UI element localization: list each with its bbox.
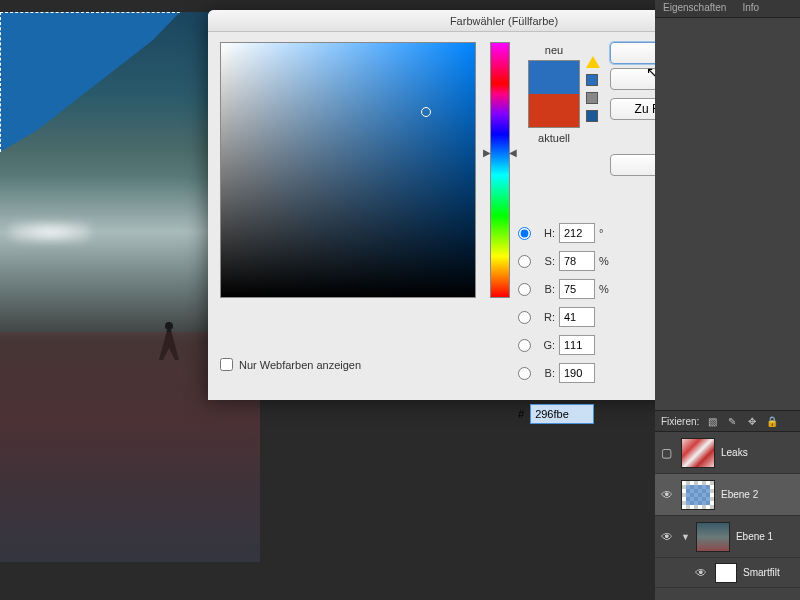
lock-move-icon[interactable]: ✥ <box>745 414 759 428</box>
hex-label: # <box>518 408 524 420</box>
h-input[interactable] <box>559 223 595 243</box>
layer-name-ebene1[interactable]: Ebene 1 <box>736 531 773 542</box>
saturation-value-field[interactable] <box>220 42 476 298</box>
color-swatches <box>528 60 580 128</box>
bv-input[interactable] <box>559 279 595 299</box>
lens-flare <box>10 222 90 242</box>
websafe-swatch2-icon[interactable] <box>586 110 598 122</box>
hue-indicator: ▶◀ <box>483 147 517 158</box>
hue-slider[interactable]: ▶◀ <box>490 42 510 298</box>
current-color-label: aktuell <box>538 132 570 144</box>
visibility-icon[interactable]: 👁 <box>661 530 675 544</box>
lock-row: Fixieren: ▧ ✎ ✥ 🔒 <box>655 410 800 432</box>
bv-unit: % <box>599 283 613 295</box>
r-input[interactable] <box>559 307 595 327</box>
visibility-off-icon[interactable]: ▢ <box>661 446 675 460</box>
info-tab[interactable]: Info <box>734 0 767 17</box>
top-panel-tabs: Eigenschaften Info <box>655 0 800 18</box>
red-radio[interactable] <box>518 311 531 324</box>
lock-brush-icon[interactable]: ✎ <box>725 414 739 428</box>
s-label: S: <box>537 255 555 267</box>
new-color-swatch[interactable] <box>529 61 579 94</box>
smartfilter-thumb[interactable] <box>715 563 737 583</box>
saturation-radio[interactable] <box>518 255 531 268</box>
layer-thumb-ebene1[interactable] <box>696 522 730 552</box>
visibility-icon[interactable]: 👁 <box>661 488 675 502</box>
g-label: G: <box>537 339 555 351</box>
lock-label: Fixieren: <box>661 416 699 427</box>
visibility-icon[interactable]: 👁 <box>695 566 709 580</box>
hex-input[interactable] <box>530 404 594 424</box>
layer-row-ebene1[interactable]: 👁 ▼ Ebene 1 <box>655 516 800 558</box>
hue-radio[interactable] <box>518 227 531 240</box>
current-color-swatch[interactable] <box>529 94 579 127</box>
layer-thumb-ebene2[interactable] <box>681 480 715 510</box>
layer-row-ebene2[interactable]: 👁 Ebene 2 <box>655 474 800 516</box>
lock-transparency-icon[interactable]: ▧ <box>705 414 719 428</box>
websafe-swatch-icon[interactable] <box>586 74 598 86</box>
layer-thumb-leaks[interactable] <box>681 438 715 468</box>
h-label: H: <box>537 227 555 239</box>
layer-name-ebene2[interactable]: Ebene 2 <box>721 489 758 500</box>
blue-radio[interactable] <box>518 367 531 380</box>
green-radio[interactable] <box>518 339 531 352</box>
s-unit: % <box>599 255 613 267</box>
brightness-radio[interactable] <box>518 283 531 296</box>
s-input[interactable] <box>559 251 595 271</box>
h-unit: ° <box>599 227 613 239</box>
sv-cursor <box>421 107 431 117</box>
g-input[interactable] <box>559 335 595 355</box>
gamut-warning-icon[interactable] <box>586 56 600 68</box>
web-colors-only-input[interactable] <box>220 358 233 371</box>
web-colors-only-checkbox[interactable]: Nur Webfarben anzeigen <box>220 358 361 371</box>
layer-row-leaks[interactable]: ▢ Leaks <box>655 432 800 474</box>
properties-tab[interactable]: Eigenschaften <box>655 0 734 17</box>
web-colors-only-label: Nur Webfarben anzeigen <box>239 359 361 371</box>
cube-icon[interactable] <box>586 92 598 104</box>
chevron-down-icon[interactable]: ▼ <box>681 532 690 542</box>
bv-label: B: <box>537 283 555 295</box>
r-label: R: <box>537 311 555 323</box>
layer-name-leaks[interactable]: Leaks <box>721 447 748 458</box>
b-input[interactable] <box>559 363 595 383</box>
new-color-label: neu <box>545 44 563 56</box>
b-label: B: <box>537 367 555 379</box>
right-panels: Eigenschaften Info Fixieren: ▧ ✎ ✥ 🔒 ▢ L… <box>655 0 800 600</box>
smartfilter-label[interactable]: Smartfilt <box>743 567 780 578</box>
smartfilter-row[interactable]: 👁 Smartfilt <box>655 558 800 588</box>
lock-all-icon[interactable]: 🔒 <box>765 414 779 428</box>
